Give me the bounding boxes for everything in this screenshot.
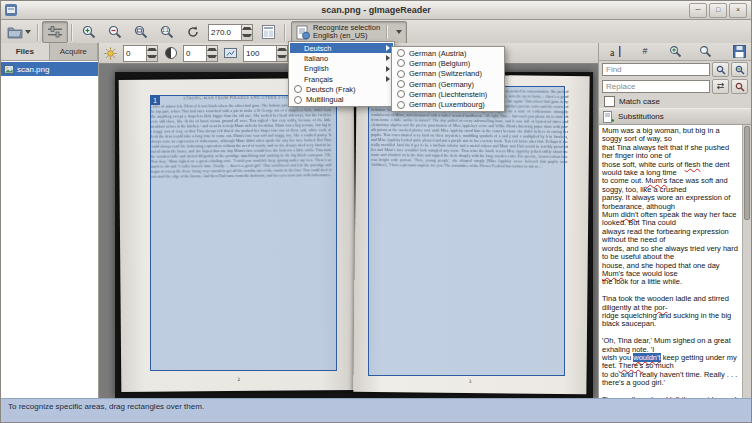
tab-acquire[interactable]: Acquire (50, 43, 99, 60)
image-controls-button[interactable] (42, 21, 68, 43)
match-case-label: Match case (619, 97, 660, 106)
replace-all-button[interactable] (731, 79, 748, 94)
output-text[interactable]: Mum was a big woman, but big in a soggy … (602, 127, 741, 398)
menu-item-francais[interactable]: Français (290, 74, 393, 84)
menu-item-german-belgium[interactable]: German (Belgium) (393, 58, 503, 68)
rotation-spinner (208, 24, 253, 41)
menu-item-label: German (Germany) (409, 80, 474, 89)
brightness-icon (103, 47, 118, 60)
resolution-spinner (243, 45, 288, 62)
tab-files[interactable]: Files (1, 43, 50, 60)
output-textarea[interactable]: Mum was a big woman, but big in a soggy … (599, 125, 751, 398)
submenu-arrow-icon (386, 66, 390, 72)
find-prev-button[interactable] (712, 62, 729, 77)
titlebar[interactable]: scan.png - gImageReader ─ □ × (1, 1, 751, 20)
find-row (599, 61, 751, 78)
output-panel: a # (598, 43, 751, 398)
search-icon (735, 65, 745, 75)
button-separator (386, 25, 388, 39)
contrast-input[interactable] (184, 46, 206, 61)
zoom-out-icon (108, 25, 122, 39)
radio-icon (397, 80, 405, 88)
selection-badge-1: 1 (150, 95, 160, 105)
output-scrollbar[interactable] (742, 125, 751, 398)
rotate-button[interactable] (180, 21, 206, 43)
rotation-input[interactable] (209, 25, 241, 40)
toolbar-separator (71, 24, 73, 41)
replace-button[interactable]: ⇄ (712, 79, 729, 94)
contrast-spinner (183, 45, 218, 62)
menu-item-german-austria[interactable]: German (Austria) (393, 48, 503, 58)
brightness-input[interactable] (124, 46, 146, 61)
find-replace-button[interactable] (662, 43, 688, 60)
close-button[interactable]: × (729, 3, 747, 18)
spin-up-icon[interactable] (242, 25, 252, 33)
menu-item-italiano[interactable]: Italiano (290, 53, 393, 63)
strip-linebreaks-button[interactable]: # (632, 43, 658, 60)
radio-icon (397, 90, 405, 98)
save-icon (733, 45, 746, 58)
menu-item-german-germany[interactable]: German (Germany) (393, 79, 503, 89)
selection-region-2[interactable]: 2 (368, 86, 565, 376)
menu-item-english[interactable]: English (290, 64, 393, 74)
menu-item-label: German (Liechtenstein) (409, 90, 487, 99)
resolution-input[interactable] (244, 46, 276, 61)
spin-down-icon[interactable] (207, 53, 217, 61)
contrast-icon (163, 47, 178, 59)
svg-text:a: a (610, 47, 615, 58)
menu-item-multilingual[interactable]: Multilingual (290, 94, 393, 104)
menu-item-label: German (Luxembourg) (409, 100, 485, 109)
zoom-in-button[interactable] (76, 21, 102, 43)
spin-up-icon[interactable] (147, 46, 157, 54)
maximize-button[interactable]: □ (709, 3, 727, 18)
match-case-checkbox[interactable] (604, 96, 615, 107)
page-left-number: 2 (121, 376, 356, 383)
submenu-arrow-icon (386, 45, 390, 51)
toolbar-separator (284, 24, 286, 41)
search-icon (699, 45, 712, 58)
zoom-original-button[interactable]: 1:1 (154, 21, 180, 43)
file-row-scan-png[interactable]: scan.png (1, 62, 98, 76)
menu-item-label: Multilingual (306, 95, 344, 104)
file-list[interactable]: scan.png (1, 61, 98, 398)
chevron-down-icon[interactable] (396, 30, 402, 34)
zoom-fit-button[interactable] (128, 21, 154, 43)
files-tabbar: Files Acquire (1, 43, 98, 61)
recognize-icon (296, 25, 310, 40)
spin-down-icon[interactable] (147, 53, 157, 61)
menu-item-deutsch-frak[interactable]: Deutsch (Frak) (290, 84, 393, 94)
statusbar: To recognize specific areas, drag rectan… (1, 398, 751, 422)
insert-mode-button[interactable]: a (602, 43, 628, 60)
menu-item-german-liechtenstein[interactable]: German (Liechtenstein) (393, 89, 503, 99)
radio-icon (397, 49, 405, 57)
svg-text:1:1: 1:1 (162, 28, 169, 33)
menu-item-label: Français (304, 75, 333, 84)
menu-item-german-switzerland[interactable]: German (Switzerland) (393, 69, 503, 79)
scrollbar-thumb[interactable] (744, 126, 750, 220)
radio-icon (294, 85, 302, 93)
save-output-button[interactable] (726, 43, 752, 60)
match-case-row: Match case (599, 95, 751, 108)
selection-region-1[interactable]: 1 (150, 95, 337, 371)
find-input[interactable] (602, 63, 710, 76)
spin-down-icon[interactable] (277, 53, 287, 61)
spin-up-icon[interactable] (207, 46, 217, 54)
open-button[interactable] (4, 21, 34, 43)
minimize-button[interactable]: ─ (689, 3, 707, 18)
recognize-language: English (en_US) (313, 32, 380, 41)
find-next-button[interactable] (731, 62, 748, 77)
menu-item-german-luxembourg[interactable]: German (Luxembourg) (393, 99, 503, 109)
scan-canvas[interactable]: STRONG-MAN FROM PIRAEUS AND OTHER STORIE… (99, 63, 599, 398)
menu-item-label: English (304, 64, 329, 73)
spin-up-icon[interactable] (277, 46, 287, 54)
menu-item-deutsch[interactable]: Deutsch (290, 43, 393, 53)
substitutions-label: Substitutions (618, 112, 664, 121)
replace-input[interactable] (602, 80, 710, 93)
substitutions-button[interactable]: Substitutions (599, 108, 751, 125)
hash-icon: # (642, 47, 647, 56)
spin-down-icon[interactable] (242, 32, 252, 40)
autodetect-layout-button[interactable] (255, 21, 281, 43)
sliders-icon (48, 26, 62, 38)
zoom-out-button[interactable] (102, 21, 128, 43)
search-button[interactable] (692, 43, 718, 60)
